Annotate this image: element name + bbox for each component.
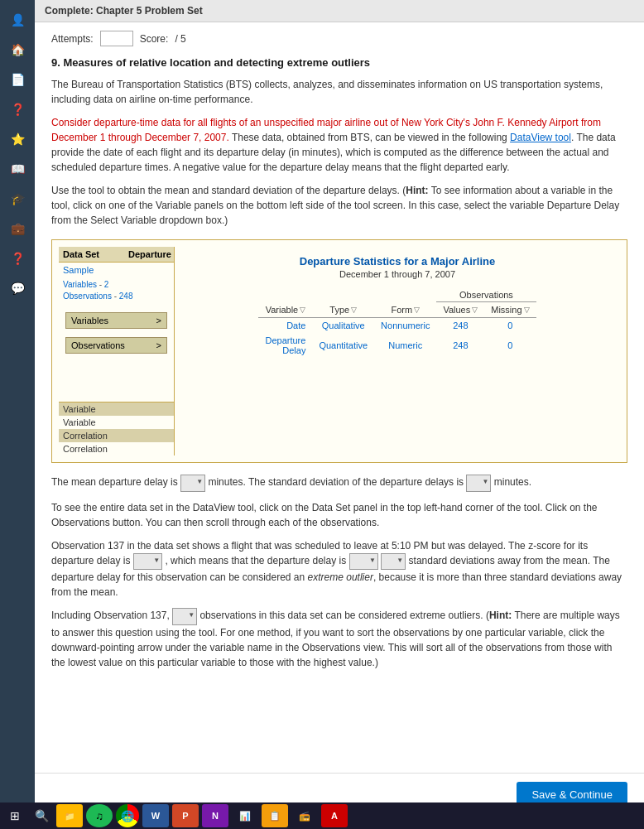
- taskbar-onenote[interactable]: N: [202, 804, 228, 827]
- paragraph-4: The mean departure delay is minutes. The…: [51, 475, 627, 492]
- paragraph-2: Consider departure-time data for all fli…: [51, 115, 627, 175]
- attempts-row: Attempts: Score: / 5: [51, 31, 627, 46]
- dv-header-col2: Departure: [124, 247, 174, 262]
- row1-form: Nonnumeric: [374, 318, 436, 334]
- row2-missing: 0: [484, 333, 536, 358]
- zscore-dropdown[interactable]: [133, 553, 162, 571]
- taskbar-app2[interactable]: 📋: [262, 804, 288, 827]
- dataview-left-panel: Data Set Departure Sample Variables - 2 …: [59, 247, 175, 455]
- th-variable: Variable ▽: [258, 302, 312, 318]
- count-dropdown[interactable]: [172, 608, 197, 625]
- dataview-link[interactable]: DataView tool: [510, 132, 571, 143]
- taskbar-explorer[interactable]: 📁: [56, 804, 83, 827]
- sidebar-icon-grad[interactable]: 🎓: [4, 186, 31, 212]
- sort-missing-icon[interactable]: ▽: [524, 306, 530, 314]
- dv-variables-link[interactable]: Variables: [63, 280, 97, 289]
- row2-variable[interactable]: Departure Delay: [258, 333, 312, 358]
- sort-form-icon[interactable]: ▽: [414, 306, 420, 314]
- dv-sample-label[interactable]: Sample: [59, 263, 174, 277]
- top-header: Complete: Chapter 5 Problem Set: [35, 0, 644, 22]
- row2-type: Quantitative: [312, 333, 374, 358]
- dv-menu-variable-2[interactable]: Variable: [59, 416, 174, 429]
- table-row: Departure Delay Quantitative Numeric 248…: [258, 333, 536, 358]
- variables-button[interactable]: Variables >: [65, 312, 167, 329]
- sidebar-icon-book[interactable]: 📖: [4, 156, 31, 182]
- page-title: Complete: Chapter 5 Problem Set: [45, 5, 203, 17]
- content-scroll: Attempts: Score: / 5 9. Measures of rela…: [35, 22, 644, 773]
- row1-values: 248: [436, 318, 484, 334]
- th-form: Form ▽: [374, 302, 436, 318]
- taskbar-word[interactable]: W: [142, 804, 169, 827]
- observations-header: Observations: [436, 287, 536, 302]
- dv-menu-correlation-2[interactable]: Correlation: [59, 442, 174, 455]
- taskbar-app3[interactable]: 📻: [291, 804, 318, 827]
- th-missing: Missing ▽: [484, 302, 536, 318]
- sidebar-icon-user[interactable]: 👤: [4, 7, 31, 33]
- stddev-dropdown[interactable]: [466, 475, 491, 492]
- dataview-right-panel: Departure Statistics for a Major Airline…: [175, 247, 620, 455]
- dataview-tool: Data Set Departure Sample Variables - 2 …: [51, 239, 627, 463]
- taskbar-chrome[interactable]: 🌐: [116, 804, 139, 827]
- dv-header-col1: Data Set: [59, 247, 124, 262]
- row2-values: 248: [436, 333, 484, 358]
- row1-variable[interactable]: Date: [258, 318, 312, 334]
- dv-chart-subtitle: December 1 through 7, 2007: [339, 269, 455, 279]
- sidebar-icon-star[interactable]: ⭐: [4, 126, 31, 152]
- taskbar-powerpoint[interactable]: P: [172, 804, 199, 827]
- taskbar-app4[interactable]: A: [321, 804, 348, 827]
- row2-form: Numeric: [374, 333, 436, 358]
- question-text: Measures of relative location and detect…: [63, 56, 370, 69]
- th-values: Values ▽: [436, 302, 484, 318]
- dv-dataset-info: Variables - 2 Observations - 248: [59, 277, 174, 304]
- sidebar-icon-help2[interactable]: ❓: [4, 245, 31, 272]
- question-title: 9. Measures of relative location and det…: [51, 56, 627, 69]
- direction-dropdown[interactable]: [381, 553, 406, 571]
- main-area: Complete: Chapter 5 Problem Set Attempts…: [35, 0, 644, 829]
- dv-data-table: Observations Variable ▽: [258, 287, 536, 358]
- taskbar: ⊞ 🔍 📁 ♫ 🌐 W P N 📊 📋 📻 A: [0, 802, 644, 829]
- sidebar-icon-doc[interactable]: 📄: [4, 66, 31, 93]
- row1-type: Qualitative: [312, 318, 374, 334]
- th-type: Type ▽: [312, 302, 374, 318]
- sort-values-icon[interactable]: ▽: [472, 306, 478, 314]
- sidebar-icon-help[interactable]: ❓: [4, 96, 31, 123]
- paragraph-3: Use the tool to obtain the mean and stan…: [51, 183, 627, 228]
- taskbar-spotify[interactable]: ♫: [86, 804, 113, 827]
- mean-dropdown[interactable]: [180, 475, 205, 492]
- taskbar-search[interactable]: 🔍: [30, 804, 53, 827]
- dv-observations-link[interactable]: Observations: [63, 292, 112, 301]
- dv-menu: Variable Variable Correlation Correlatio…: [59, 402, 174, 455]
- taskbar-windows[interactable]: ⊞: [3, 804, 26, 827]
- table-row: Date Qualitative Nonnumeric 248 0: [258, 318, 536, 334]
- attempts-label: Attempts:: [51, 33, 94, 45]
- row1-missing: 0: [484, 318, 536, 334]
- attempts-input[interactable]: [100, 31, 133, 46]
- dataview-left-header: Data Set Departure: [59, 247, 174, 263]
- sidebar-icon-chat[interactable]: 💬: [4, 275, 31, 301]
- sidebar-icon-brief[interactable]: 💼: [4, 215, 31, 242]
- sidebar-icon-home[interactable]: 🏠: [4, 36, 31, 63]
- observations-button[interactable]: Observations >: [65, 337, 167, 354]
- paragraph-1: The Bureau of Transportation Statistics …: [51, 77, 627, 107]
- dv-chart-title: Departure Statistics for a Major Airline: [300, 255, 495, 267]
- stdev-away-input[interactable]: [349, 553, 378, 571]
- dv-menu-correlation-1[interactable]: Correlation: [59, 429, 174, 442]
- left-sidebar: 👤 🏠 📄 ❓ ⭐ 📖 🎓 💼 ❓ 💬: [0, 0, 35, 829]
- taskbar-app1[interactable]: 📊: [232, 804, 258, 827]
- paragraph-7: Including Observation 137, observations …: [51, 608, 627, 670]
- paragraph-5: To see the entire data set in the DataVi…: [51, 500, 627, 530]
- paragraph-6: Observation 137 in the data set shows a …: [51, 538, 627, 600]
- score-value: / 5: [175, 33, 185, 45]
- score-label: Score:: [140, 33, 169, 45]
- question-number: 9.: [51, 56, 60, 69]
- sort-type-icon[interactable]: ▽: [351, 306, 357, 314]
- dv-menu-variable-1[interactable]: Variable: [59, 402, 174, 416]
- sort-variable-icon[interactable]: ▽: [300, 306, 305, 314]
